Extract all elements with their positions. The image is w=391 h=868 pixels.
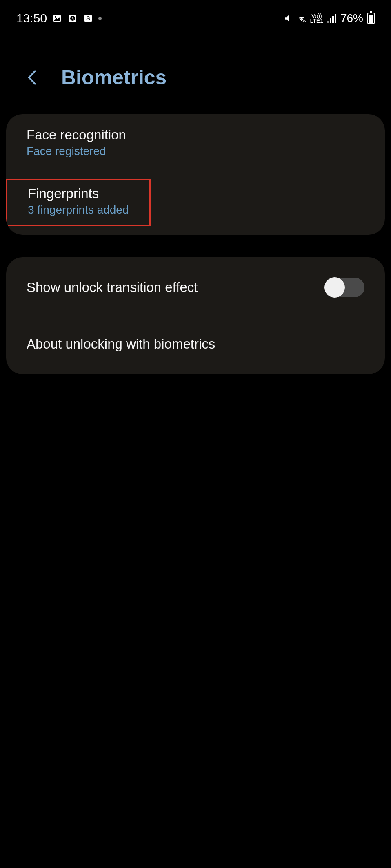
status-time: 13:50 <box>16 11 47 25</box>
fingerprints-highlight: Fingerprints 3 fingerprints added <box>6 179 151 226</box>
unlock-transition-toggle[interactable] <box>325 278 364 297</box>
network-type-indicator: Vo)) LTE1 <box>310 13 323 23</box>
clock-icon <box>67 13 78 24</box>
biometrics-card: Face recognition Face registered Fingerp… <box>6 114 385 235</box>
page-title: Biometrics <box>61 66 167 89</box>
face-recognition-title: Face recognition <box>27 127 364 143</box>
mute-vibrate-icon <box>284 14 293 23</box>
page-header: Biometrics <box>0 33 391 114</box>
status-right: Vo)) LTE1 76% <box>284 12 375 25</box>
battery-icon <box>367 13 375 24</box>
svg-point-1 <box>55 16 56 18</box>
gallery-icon <box>52 13 62 24</box>
svg-text:S: S <box>86 15 90 22</box>
s-app-icon: S <box>83 13 93 24</box>
signal-strength-icon <box>327 14 336 23</box>
wifi-icon <box>297 14 306 23</box>
unlock-transition-item[interactable]: Show unlock transition effect <box>6 257 385 318</box>
chevron-left-icon <box>27 67 39 88</box>
battery-percentage: 76% <box>340 12 363 25</box>
back-button[interactable] <box>24 65 41 90</box>
fingerprints-title: Fingerprints <box>28 186 129 201</box>
toggle-thumb <box>324 277 345 298</box>
settings-content: Face recognition Face registered Fingerp… <box>0 114 391 374</box>
about-biometrics-item[interactable]: About unlocking with biometrics <box>6 318 385 374</box>
status-bar: 13:50 S Vo)) LTE1 76% <box>0 0 391 33</box>
about-biometrics-title: About unlocking with biometrics <box>27 336 364 352</box>
status-left: 13:50 S <box>16 11 102 25</box>
fingerprints-status: 3 fingerprints added <box>28 203 129 216</box>
unlock-transition-title: Show unlock transition effect <box>27 280 198 295</box>
face-recognition-item[interactable]: Face recognition Face registered <box>6 114 385 171</box>
face-recognition-status: Face registered <box>27 145 364 158</box>
more-notifications-dot <box>98 17 102 20</box>
options-card: Show unlock transition effect About unlo… <box>6 257 385 374</box>
fingerprints-item[interactable]: Fingerprints 3 fingerprints added <box>6 171 385 235</box>
